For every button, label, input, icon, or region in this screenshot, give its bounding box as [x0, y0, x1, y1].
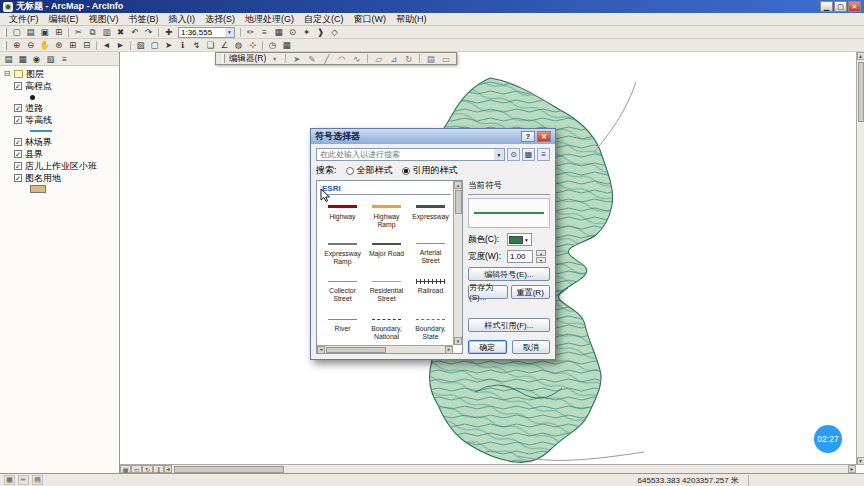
collapse-icon[interactable]: ⊟ — [3, 70, 11, 78]
edit-vertices-icon[interactable]: ▱ — [372, 53, 385, 65]
symbol-item-boundary-national[interactable]: Boundary, National — [366, 312, 407, 345]
spin-down-icon[interactable]: ▾ — [536, 257, 546, 263]
attribute-table-icon[interactable]: ▦ — [280, 39, 293, 51]
straight-segment-icon[interactable]: ╱ — [320, 53, 333, 65]
layer-row[interactable]: ✓ 店儿上作业区小班 — [0, 160, 119, 172]
layer-row[interactable]: ✓ 高程点 — [0, 80, 119, 92]
edit-symbol-button[interactable]: 编辑符号(E)... — [468, 267, 550, 281]
menu-window[interactable]: 窗口(W) — [349, 13, 392, 26]
chevron-down-icon[interactable]: ▾ — [225, 28, 234, 37]
edit-sketch-icon[interactable]: ✏ — [18, 475, 29, 485]
layer-checkbox[interactable]: ✓ — [14, 162, 22, 170]
toolbar-grip[interactable] — [4, 28, 7, 37]
go-to-xy-icon[interactable]: ⊹ — [246, 39, 259, 51]
hyperlink-icon[interactable]: ↯ — [190, 39, 203, 51]
symbol-item-river[interactable]: River — [322, 312, 363, 345]
pause-drawing-button[interactable]: ∥ — [153, 465, 164, 473]
list-vertical-scrollbar[interactable]: ▲ ▼ — [453, 181, 462, 345]
layer-checkbox[interactable]: ✓ — [14, 150, 22, 158]
toc-options-icon[interactable]: ≡ — [58, 53, 71, 65]
endpoint-arc-icon[interactable]: ◠ — [335, 53, 348, 65]
line-symbol-swatch[interactable] — [30, 130, 52, 132]
zoom-out-icon[interactable]: ⊖ — [24, 39, 37, 51]
go-back-extent-icon[interactable]: ◄ — [100, 39, 113, 51]
measure-icon[interactable]: ∠ — [218, 39, 231, 51]
toolbar-grip[interactable] — [222, 54, 225, 63]
copy-icon[interactable]: ⧉ — [86, 26, 99, 38]
layer-checkbox[interactable]: ✓ — [14, 138, 22, 146]
layer-label[interactable]: 图名用地 — [25, 172, 61, 185]
symbol-item-arterial-street[interactable]: Arterial Street — [410, 236, 451, 273]
symbol-item-railroad[interactable]: Railroad — [410, 274, 451, 311]
fixed-zoom-in-icon[interactable]: ⊞ — [66, 39, 79, 51]
symbol-item-highway[interactable]: Highway — [322, 198, 363, 235]
layer-row[interactable]: ✓ 县界 — [0, 148, 119, 160]
data-view-button[interactable]: ▦ — [120, 465, 131, 473]
rotate-tool-icon[interactable]: ↻ — [402, 53, 415, 65]
scroll-left-icon[interactable]: ◄ — [164, 465, 172, 473]
layer-row[interactable]: ✓ 林场界 — [0, 136, 119, 148]
ok-button[interactable]: 确定 — [468, 340, 507, 354]
catalog-window-icon[interactable]: ▦ — [272, 26, 285, 38]
time-slider-icon[interactable]: ◷ — [266, 39, 279, 51]
arctoolbox-icon[interactable]: ✦ — [300, 26, 313, 38]
print-icon[interactable]: ⊞ — [52, 26, 65, 38]
menu-customize[interactable]: 自定义(C) — [299, 13, 349, 26]
style-references-button[interactable]: 样式引用(F)... — [468, 318, 550, 332]
width-input[interactable] — [507, 250, 533, 263]
layer-checkbox[interactable]: ✓ — [14, 104, 22, 112]
menu-insert[interactable]: 插入(I) — [164, 13, 201, 26]
fill-symbol-swatch[interactable] — [30, 185, 46, 193]
chevron-down-icon[interactable]: ▾ — [494, 149, 504, 160]
find-icon[interactable]: ◍ — [232, 39, 245, 51]
editor-menu-button[interactable]: 编辑器(R) — [229, 53, 266, 65]
sketch-properties-icon[interactable]: ▭ — [439, 53, 452, 65]
table-of-contents-icon[interactable]: ≡ — [258, 26, 271, 38]
full-extent-icon[interactable]: ⊛ — [52, 39, 65, 51]
menu-geoprocessing[interactable]: 地理处理(G) — [240, 13, 299, 26]
layer-checkbox[interactable]: ✓ — [14, 174, 22, 182]
layer-checkbox[interactable]: ✓ — [14, 82, 22, 90]
identify-icon[interactable]: ℹ — [176, 39, 189, 51]
maximize-button[interactable]: ▢ — [834, 1, 847, 12]
scroll-right-icon[interactable]: ► — [445, 346, 453, 354]
list-by-source-icon[interactable]: ▦ — [16, 53, 29, 65]
map-view[interactable]: 编辑器(R) ▼ ➤ ✎ ╱ ◠ ∿ ▱ ⊿ ↻ ▤ ▭ 符号选择器 — [120, 52, 864, 473]
spin-up-icon[interactable]: ▴ — [536, 250, 546, 256]
menu-selection[interactable]: 选择(S) — [200, 13, 240, 26]
help-button[interactable]: ? — [521, 131, 535, 142]
symbol-item-boundary-state[interactable]: Boundary, State — [410, 312, 451, 345]
list-by-drawing-order-icon[interactable]: ▤ — [2, 53, 15, 65]
symbol-item-expressway[interactable]: Expressway — [410, 198, 451, 235]
go-forward-extent-icon[interactable]: ► — [114, 39, 127, 51]
layer-row[interactable]: ✓ 图名用地 — [0, 172, 119, 184]
python-window-icon[interactable]: ❱ — [314, 26, 327, 38]
symbol-item-highway-ramp[interactable]: Highway Ramp — [366, 198, 407, 235]
menu-view[interactable]: 视图(V) — [84, 13, 124, 26]
reshape-feature-icon[interactable]: ⊿ — [387, 53, 400, 65]
menu-file[interactable]: 文件(F) — [4, 13, 44, 26]
scrollbar-thumb[interactable] — [455, 190, 462, 214]
radio-all-styles[interactable]: 全部样式 — [346, 164, 393, 177]
save-as-button[interactable]: 另存为(S)... — [468, 285, 508, 299]
symbol-item-expressway-ramp[interactable]: Expressway Ramp — [322, 236, 363, 273]
save-icon[interactable]: ▣ — [38, 26, 51, 38]
edit-annotation-icon[interactable]: ✎ — [305, 53, 318, 65]
draw-toolbar-icon[interactable]: ▦ — [4, 475, 15, 485]
select-features-icon[interactable]: ▧ — [134, 39, 147, 51]
dialog-close-button[interactable]: ✕ — [537, 131, 551, 142]
model-builder-icon[interactable]: ◇ — [328, 26, 341, 38]
cut-icon[interactable]: ✂ — [72, 26, 85, 38]
color-dropdown[interactable]: ▾ — [507, 233, 532, 246]
scroll-down-icon[interactable]: ▼ — [454, 337, 462, 345]
reset-button[interactable]: 重置(R) — [511, 285, 551, 299]
search-icon[interactable]: ⊙ — [507, 148, 520, 161]
scrollbar-thumb[interactable] — [174, 466, 284, 473]
chevron-down-icon[interactable]: ▼ — [268, 53, 281, 65]
trace-icon[interactable]: ∿ — [350, 53, 363, 65]
symbol-item-major-road[interactable]: Major Road — [366, 236, 407, 273]
zoom-in-icon[interactable]: ⊕ — [10, 39, 23, 51]
scroll-up-icon[interactable]: ▲ — [454, 181, 462, 189]
cancel-button[interactable]: 取消 — [512, 340, 551, 354]
select-elements-icon[interactable]: ➤ — [162, 39, 175, 51]
